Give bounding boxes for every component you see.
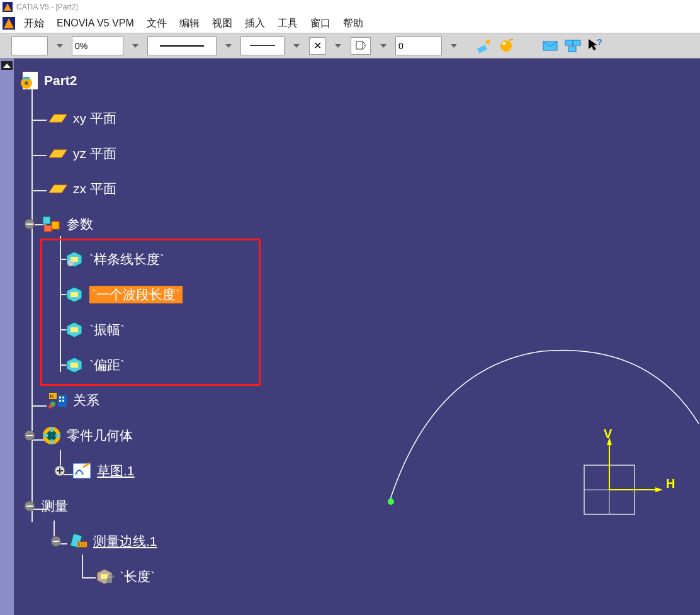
layer-combo[interactable] bbox=[395, 37, 442, 55]
collapse-icon[interactable] bbox=[24, 218, 35, 230]
lineweight-combo[interactable] bbox=[240, 37, 285, 55]
axis-triad[interactable] bbox=[573, 430, 667, 524]
svg-rect-59 bbox=[50, 439, 53, 444]
left-scrollbar[interactable] bbox=[0, 59, 14, 615]
svg-rect-35 bbox=[44, 225, 52, 232]
param-icon bbox=[64, 320, 84, 340]
app-logo-icon bbox=[3, 17, 15, 30]
svg-line-10 bbox=[363, 42, 365, 44]
tree-length[interactable]: `长度` bbox=[94, 564, 183, 589]
measure-label: 测量 bbox=[42, 497, 68, 515]
plane-icon bbox=[48, 179, 68, 199]
svg-rect-15 bbox=[477, 45, 487, 53]
sphere-icon[interactable] bbox=[497, 37, 515, 55]
color-input[interactable] bbox=[12, 37, 47, 55]
dropdown-icon[interactable] bbox=[329, 37, 347, 55]
dropdown-icon[interactable] bbox=[50, 37, 69, 55]
svg-point-57 bbox=[47, 431, 57, 441]
tree-param-spline-length[interactable]: `样条线长度` bbox=[64, 247, 183, 272]
dropdown-icon[interactable] bbox=[374, 37, 393, 55]
plane-icon bbox=[48, 108, 68, 128]
svg-rect-55 bbox=[26, 435, 33, 436]
tree-measure-edge[interactable]: 测量边线.1 bbox=[50, 529, 183, 554]
axis-v-label: V bbox=[604, 427, 612, 441]
envelope-icon[interactable] bbox=[541, 37, 559, 55]
dropdown-icon[interactable] bbox=[219, 37, 238, 55]
relations-icon: fx bbox=[48, 390, 68, 410]
tree-plane-xy[interactable]: xy 平面 bbox=[35, 106, 183, 131]
measure-icon bbox=[68, 531, 88, 551]
svg-rect-27 bbox=[23, 77, 30, 79]
tree-param-wave-length[interactable]: `一个波段长度` bbox=[64, 282, 183, 307]
svg-rect-65 bbox=[73, 463, 91, 478]
param-label: `样条线长度` bbox=[89, 251, 164, 268]
tree-plane-yz[interactable]: yz 平面 bbox=[35, 141, 183, 166]
tree-plane-zx[interactable]: zx 平面 bbox=[35, 176, 183, 201]
point-style-combo[interactable]: ✕ bbox=[309, 37, 325, 55]
help-cursor-icon[interactable]: ? bbox=[587, 37, 604, 55]
menu-view[interactable]: 视图 bbox=[206, 14, 239, 33]
relations-label: 关系 bbox=[73, 392, 99, 409]
svg-rect-40 bbox=[71, 292, 78, 297]
tree-root[interactable]: Part2 bbox=[19, 68, 183, 93]
dropdown-icon[interactable] bbox=[444, 37, 463, 55]
menu-tools[interactable]: 工具 bbox=[271, 14, 304, 33]
titlebar: CATIA V5 - [Part2] bbox=[0, 0, 700, 14]
menu-enovia[interactable]: ENOVIA V5 VPM bbox=[50, 15, 140, 31]
collapse-icon[interactable] bbox=[24, 500, 35, 512]
plane-icon bbox=[48, 144, 68, 164]
svg-rect-60 bbox=[43, 434, 48, 437]
parameters-icon bbox=[42, 214, 62, 234]
scroll-up-icon[interactable] bbox=[1, 61, 13, 70]
color-combo[interactable] bbox=[11, 37, 48, 55]
svg-text:fx: fx bbox=[50, 393, 54, 399]
svg-marker-30 bbox=[49, 185, 67, 193]
tree-param-offset[interactable]: `偏距` bbox=[64, 353, 183, 378]
opacity-combo[interactable] bbox=[72, 37, 123, 55]
svg-marker-5 bbox=[132, 44, 138, 48]
brush-icon[interactable] bbox=[475, 37, 492, 55]
menu-help[interactable]: 帮助 bbox=[337, 14, 370, 33]
menu-edit[interactable]: 编辑 bbox=[173, 14, 206, 33]
tree-sketch1[interactable]: 草图.1 bbox=[54, 458, 183, 483]
dropdown-icon[interactable] bbox=[126, 37, 145, 55]
svg-marker-6 bbox=[225, 44, 232, 48]
linetype-combo[interactable] bbox=[147, 37, 217, 55]
parameters-label: 参数 bbox=[67, 215, 93, 233]
svg-rect-44 bbox=[71, 363, 78, 368]
svg-rect-19 bbox=[565, 40, 573, 45]
endpoint-marker[interactable] bbox=[388, 499, 394, 505]
sketch-icon bbox=[72, 461, 92, 481]
sketch-label: 草图.1 bbox=[97, 462, 135, 480]
menubar: 开始 ENOVIA V5 VPM 文件 编辑 视图 插入 工具 窗口 帮助 bbox=[0, 14, 700, 33]
tree-partbody[interactable]: 零件几何体 bbox=[24, 423, 183, 448]
tree-param-amplitude[interactable]: `振幅` bbox=[64, 317, 183, 342]
svg-text:?: ? bbox=[597, 38, 602, 47]
dropdown-icon[interactable] bbox=[287, 37, 306, 55]
svg-point-53 bbox=[48, 405, 52, 409]
collapse-icon[interactable] bbox=[24, 430, 35, 441]
svg-rect-64 bbox=[59, 468, 60, 474]
svg-rect-58 bbox=[50, 427, 53, 432]
collapse-icon[interactable] bbox=[50, 536, 62, 547]
menu-window[interactable]: 窗口 bbox=[304, 14, 337, 33]
svg-marker-7 bbox=[293, 44, 300, 48]
tree-measure[interactable]: 测量 bbox=[24, 494, 183, 519]
menu-start[interactable]: 开始 bbox=[18, 14, 50, 33]
menu-insert[interactable]: 插入 bbox=[239, 14, 271, 33]
svg-rect-48 bbox=[59, 397, 61, 398]
render-style-combo[interactable] bbox=[351, 37, 371, 55]
envelopes-icon[interactable] bbox=[564, 37, 582, 55]
menu-file[interactable]: 文件 bbox=[140, 14, 173, 33]
plane-label: zx 平面 bbox=[73, 180, 116, 198]
specification-tree[interactable]: Part2 xy 平面 yz 平面 zx 平面 bbox=[19, 68, 183, 599]
tree-parameters[interactable]: 参数 bbox=[24, 212, 183, 237]
expand-icon[interactable] bbox=[54, 465, 65, 477]
partbody-icon bbox=[42, 426, 62, 446]
layer-input[interactable] bbox=[396, 37, 441, 55]
svg-rect-69 bbox=[53, 541, 59, 542]
main-viewport[interactable]: Part2 xy 平面 yz 平面 zx 平面 bbox=[0, 59, 700, 615]
svg-marker-29 bbox=[49, 150, 67, 157]
opacity-input[interactable] bbox=[72, 37, 123, 55]
tree-relations[interactable]: fx 关系 bbox=[35, 388, 183, 413]
